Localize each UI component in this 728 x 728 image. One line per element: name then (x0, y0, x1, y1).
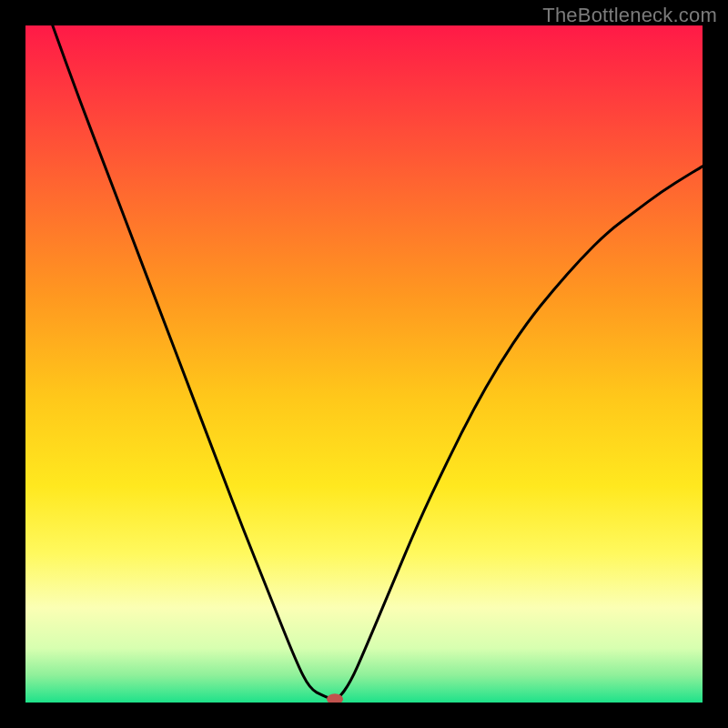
plot-area (25, 25, 703, 703)
gradient-background (25, 25, 703, 703)
bottleneck-chart (25, 25, 703, 703)
watermark-text: TheBottleneck.com (542, 4, 717, 27)
outer-frame: TheBottleneck.com (0, 0, 728, 728)
